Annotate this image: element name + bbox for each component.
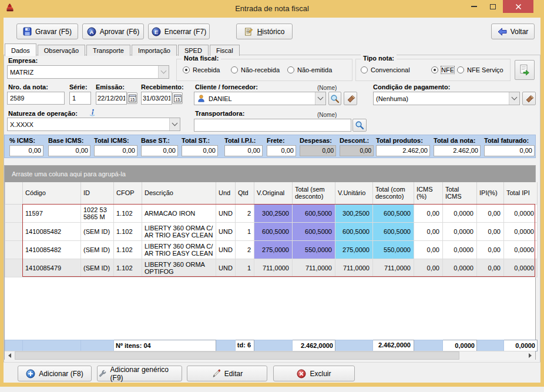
scrollbar-thumb[interactable]: [15, 351, 459, 360]
natureza-combo-arrow[interactable]: [169, 118, 180, 130]
column-header-und[interactable]: Und: [216, 182, 236, 204]
historico-button[interactable]: Histórico: [236, 24, 293, 39]
window-border-right: [540, 18, 544, 387]
column-header-vunitario[interactable]: V.Unitário: [335, 182, 373, 204]
total-field-total-ipi: Total I.P.I.:0,00: [224, 137, 263, 156]
table-row-selected[interactable]: 1410085479 (SEM ID) 1.102 LIBERTY 360 OR…: [5, 259, 538, 277]
radio-nao-emitida[interactable]: Não-emitida: [287, 66, 332, 73]
editar-button[interactable]: Editar: [187, 366, 267, 381]
cliente-search-button[interactable]: [328, 92, 341, 105]
chevron-down-icon: [318, 95, 324, 100]
horizontal-scrollbar[interactable]: [5, 351, 535, 360]
totals-strip: % ICMS:0,00 Base ICMS:0,00 Total ICMS:0,…: [4, 135, 536, 158]
empresa-combo[interactable]: MATRIZ: [7, 65, 169, 79]
encerrar-button[interactable]: E Encerrar (F7): [148, 24, 210, 39]
eraser-icon: [346, 94, 355, 103]
column-header-total-sem[interactable]: Total (sem desconto): [293, 182, 335, 204]
import-xml-button[interactable]: [515, 60, 535, 80]
search-icon: [355, 120, 364, 130]
minimize-icon: [471, 6, 477, 7]
footer-item-count: Nº itens: 04: [114, 340, 216, 351]
transportadora-search-button[interactable]: [352, 119, 367, 132]
column-header-total-com[interactable]: Total (com desconto): [373, 182, 414, 204]
cliente-combo-arrow[interactable]: [315, 92, 325, 105]
voltar-button[interactable]: Voltar: [491, 24, 535, 39]
column-header-total-ipi[interactable]: Total IPI: [504, 182, 538, 204]
adicionar-button[interactable]: Adicionar (F8): [18, 366, 92, 381]
table-row[interactable]: 1410085482 (SEM ID) 1.102 LIBERTY 360 OR…: [5, 222, 538, 240]
condicao-combo-arrow[interactable]: [509, 92, 519, 105]
total-icms-input[interactable]: 0,00: [94, 145, 137, 156]
base-st-input[interactable]: 0,00: [141, 145, 178, 156]
natureza-combo[interactable]: X.XXXX: [7, 118, 180, 131]
cliente-clear-button[interactable]: [344, 92, 357, 105]
column-header-id[interactable]: ID: [81, 182, 114, 204]
column-header-qtd[interactable]: Qtd: [236, 182, 254, 204]
base-icms-input[interactable]: 0,00: [48, 145, 90, 156]
recebimento-calendar-button[interactable]: 15: [172, 92, 183, 104]
column-header-descricao[interactable]: Descrição: [142, 182, 216, 204]
excluir-button[interactable]: Excluir: [273, 366, 355, 381]
footer-total-icms: 0,0000: [443, 340, 477, 351]
radio-dot-icon: [361, 66, 368, 73]
tab-transporte[interactable]: Transporte: [86, 45, 130, 56]
eraser-icon: [525, 94, 534, 103]
scroll-right-button[interactable]: [525, 351, 535, 360]
close-icon: [515, 4, 522, 10]
header-row: Código ID CFOP Descrição Und Qtd V.Origi…: [5, 182, 538, 204]
radio-convencional[interactable]: Convencional: [361, 66, 410, 73]
total-st-input[interactable]: 0,00: [182, 145, 218, 156]
radio-nfe[interactable]: NFE: [431, 66, 454, 73]
aprovar-button[interactable]: A Aprovar (F6): [82, 24, 144, 39]
cliente-combo[interactable]: DANIEL: [194, 92, 326, 105]
condicao-clear-button[interactable]: [522, 92, 536, 105]
condicao-pagamento-combo[interactable]: (Nenhuma): [373, 92, 520, 105]
column-header-ipi-pct[interactable]: IPI(%): [477, 182, 504, 204]
add-plus-icon: [26, 369, 35, 378]
frete-input[interactable]: 0,00: [267, 145, 296, 156]
tab-dados[interactable]: Dados: [5, 43, 36, 56]
grid-group-drop-area[interactable]: Arraste uma coluna aqui para agrupá-la: [5, 166, 535, 182]
column-header-icms-pct[interactable]: ICMS (%): [414, 182, 443, 204]
cliente-nome-hint: (Nome): [317, 85, 337, 91]
table-row[interactable]: 11597 1022 53 5865 M 1.102 ARMACAO IRON …: [5, 204, 538, 222]
scroll-left-arrow-icon: [8, 353, 11, 358]
total-ipi-input[interactable]: 0,00: [224, 145, 263, 156]
nro-nota-input[interactable]: [7, 92, 65, 105]
search-icon: [330, 94, 340, 103]
cliente-value: DANIEL: [209, 95, 315, 102]
tab-fiscal[interactable]: Fiscal: [210, 45, 240, 56]
total-produtos-input[interactable]: 2.462,00: [376, 145, 430, 156]
scroll-left-button[interactable]: [5, 351, 15, 360]
tab-importacao[interactable]: Importação: [132, 45, 177, 56]
total-field-base-icms: Base ICMS:0,00: [48, 137, 90, 156]
emissao-calendar-button[interactable]: 15: [127, 92, 137, 104]
transportadora-input[interactable]: [194, 119, 351, 132]
empresa-label: Empresa:: [8, 57, 38, 64]
tab-sped[interactable]: SPED: [178, 45, 209, 56]
gravar-button[interactable]: Gravar (F5): [16, 24, 78, 39]
total-nota-input[interactable]: 2.462,00: [434, 145, 481, 156]
radio-nao-recebida[interactable]: Não-recebida: [231, 66, 280, 73]
minimize-button[interactable]: [465, 0, 483, 13]
emissao-input[interactable]: [96, 92, 127, 105]
icms-pct-input[interactable]: 0,00: [9, 145, 43, 156]
tab-observacao[interactable]: Observação: [38, 45, 85, 56]
maximize-button[interactable]: [483, 0, 502, 13]
radio-recebida[interactable]: Recebida: [183, 66, 220, 73]
column-header-voriginal[interactable]: V.Original: [254, 182, 293, 204]
chevron-down-icon: [161, 68, 167, 74]
recebimento-input[interactable]: [141, 92, 172, 105]
column-header-cfop[interactable]: CFOP: [114, 182, 142, 204]
serie-input[interactable]: [69, 92, 91, 105]
total-field-produtos: Total produtos:2.462,00: [376, 137, 430, 156]
descontos-input: 0,00: [340, 145, 374, 156]
recebimento-label: Recebimento:: [141, 83, 184, 91]
close-button[interactable]: [503, 0, 533, 13]
table-row[interactable]: 1410085482 (SEM ID) 1.102 LIBERTY 360 OR…: [5, 240, 538, 259]
radio-nfe-servico[interactable]: NFE Serviço: [457, 66, 503, 73]
column-header-total-icms[interactable]: Total ICMS: [443, 182, 477, 204]
column-header-codigo[interactable]: Código: [23, 182, 81, 204]
total-faturado-input[interactable]: 0,00: [484, 145, 535, 156]
adicionar-generico-button[interactable]: Adicionar genérico (F9): [97, 366, 182, 381]
